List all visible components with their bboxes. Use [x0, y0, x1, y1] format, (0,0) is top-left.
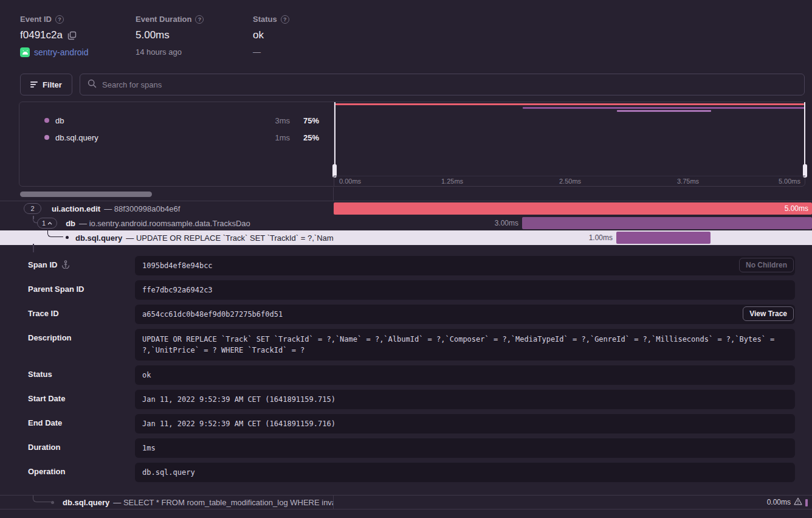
span-duration-label: 0.00ms [767, 498, 791, 506]
detail-row-parent-span-id: Parent Span ID ffe7dbc92a6942c3 [0, 280, 812, 300]
field-label: Span ID [28, 260, 57, 269]
field-value: ffe7dbc92a6942c3 [135, 280, 795, 300]
span-op: db [66, 219, 75, 228]
filter-button-label: Filter [43, 80, 62, 89]
span-desc: SELECT * FROM room_table_modification_lo… [123, 498, 334, 507]
minimap-axis: 0.00ms 1.25ms 2.50ms 3.75ms 5.00ms [334, 176, 805, 186]
legend-row: db.sql.query 1ms 25% [19, 129, 334, 146]
span-duration-label: 5.00ms [785, 201, 808, 216]
warning-icon[interactable] [794, 497, 802, 507]
panel-divider [333, 187, 334, 201]
field-label: Description [28, 333, 72, 342]
legend-op-name: db [55, 116, 258, 125]
axis-tick: 2.50ms [559, 178, 581, 185]
field-value: Jan 11, 2022 9:52:39 AM CET (1641891159.… [135, 414, 795, 433]
detail-row-trace-id: Trace ID a654cc61dc0b48ef9d0b27275b6f0d5… [0, 305, 812, 324]
status-block: Status ? ok — [253, 15, 289, 57]
event-id-value: f0491c2a [20, 29, 63, 41]
span-duration-label: 1.00ms [334, 230, 613, 245]
event-id-block: Event ID ? f0491c2a sentry-android [20, 15, 89, 57]
span-desc: UPDATE OR REPLACE `Track` SET `TrackId` … [136, 233, 334, 243]
field-label: Parent Span ID [28, 285, 84, 294]
chevron-up-icon [47, 222, 52, 225]
tree-scrollbar-thumb[interactable] [20, 192, 152, 197]
detail-row-description: Description UPDATE OR REPLACE `Track` SE… [0, 329, 812, 361]
event-duration-ago: 14 hours ago [136, 47, 182, 57]
legend-op-name: db.sql.query [55, 133, 258, 142]
detail-row-span-id: Span ID 1095bd4ef8e94bcc No Children [0, 256, 812, 275]
field-value: Jan 11, 2022 9:52:39 AM CET (1641891159.… [135, 390, 795, 409]
filter-button[interactable]: Filter [20, 74, 72, 95]
legend-op-percent: 75% [290, 116, 319, 125]
legend-op-percent: 25% [290, 133, 319, 142]
axis-tick: 5.00ms [779, 178, 800, 185]
search-icon [88, 79, 97, 91]
trace-overview-panel: db 3ms 75% db.sql.query 1ms 25% 0.00ms 1… [19, 102, 805, 187]
help-icon[interactable]: ? [281, 15, 289, 24]
status-sub: — [253, 47, 261, 57]
span-duration-label: 3.00ms [334, 216, 518, 230]
span-search[interactable] [80, 74, 805, 95]
event-duration-value: 5.00ms [136, 29, 170, 41]
span-row-db-sql-query-select[interactable]: db.sql.query — SELECT * FROM room_table_… [0, 495, 812, 509]
legend-row: db 3ms 75% [19, 112, 334, 129]
span-bar[interactable] [522, 217, 812, 229]
event-duration-block: Event Duration ? 5.00ms 14 hours ago [136, 15, 204, 57]
status-value: ok [253, 29, 264, 41]
no-children-button[interactable]: No Children [739, 258, 794, 272]
operations-legend: db 3ms 75% db.sql.query 1ms 25% [19, 102, 334, 186]
field-label: Trace ID [28, 309, 59, 318]
field-value: 1095bd4ef8e94bcc [135, 256, 795, 275]
span-row-ui-action-edit[interactable]: 2 ui.action.edit — 88f300998a0b4e6f 5.00… [0, 201, 812, 216]
legend-op-duration: 1ms [258, 133, 290, 142]
legend-op-duration: 3ms [258, 116, 290, 125]
filter-icon [30, 80, 38, 89]
span-bar[interactable] [616, 232, 710, 244]
span-desc: io.sentry.android.roomsample.data.Tracks… [89, 219, 250, 228]
event-id-label-text: Event ID [20, 15, 52, 24]
tree-scrollbar-track[interactable] [0, 187, 812, 201]
field-value: db.sql.query [135, 463, 795, 482]
help-icon[interactable]: ? [195, 15, 204, 24]
detail-row-start-date: Start Date Jan 11, 2022 9:52:39 AM CET (… [0, 390, 812, 409]
span-op: db.sql.query [63, 498, 109, 507]
status-label-text: Status [253, 15, 277, 24]
field-label: Duration [28, 443, 60, 452]
axis-tick: 0.00ms [339, 178, 361, 185]
span-op: db.sql.query [75, 233, 122, 243]
search-input[interactable] [102, 80, 797, 89]
minimap-span-ui-action-edit [335, 103, 804, 105]
detail-row-duration: Duration 1ms [0, 438, 812, 458]
field-value: 1ms [135, 438, 795, 458]
trace-minimap[interactable] [334, 102, 805, 176]
project-link[interactable]: sentry-android [34, 47, 89, 57]
field-value: ok [135, 365, 795, 385]
op-color-dot [44, 118, 49, 123]
minimap-span-db [523, 107, 805, 109]
span-bar[interactable] [334, 202, 812, 215]
help-icon[interactable]: ? [55, 15, 64, 24]
span-row-db-sql-query-selected[interactable]: db.sql.query — UPDATE OR REPLACE `Track`… [0, 230, 812, 245]
minimap-span-db-sql-query [617, 110, 711, 112]
span-detail-panel: Span ID 1095bd4ef8e94bcc No Children Par… [0, 244, 812, 487]
detail-row-end-date: End Date Jan 11, 2022 9:52:39 AM CET (16… [0, 414, 812, 433]
copy-icon[interactable] [67, 31, 77, 40]
span-row-db[interactable]: 1 db — io.sentry.android.roomsample.data… [0, 216, 812, 230]
android-icon [20, 47, 30, 57]
anchor-icon[interactable] [61, 260, 70, 269]
span-desc: 88f300998a0b4e6f [114, 204, 180, 213]
detail-row-status: Status ok [0, 365, 812, 385]
field-label: Start Date [28, 394, 65, 403]
field-label: End Date [28, 418, 62, 427]
field-value: a654cc61dc0b48ef9d0b27275b6f0d51 [135, 305, 795, 324]
view-trace-button[interactable]: View Trace [743, 306, 794, 321]
op-color-dot [44, 135, 49, 140]
axis-tick: 1.25ms [441, 178, 463, 185]
span-op: ui.action.edit [52, 204, 100, 213]
span-bar [805, 499, 808, 506]
expand-collapse-pill[interactable]: 1 [37, 218, 57, 229]
event-id-label: Event ID ? [20, 15, 89, 24]
field-label: Operation [28, 467, 65, 476]
children-count-pill[interactable]: 2 [24, 203, 41, 214]
field-value: UPDATE OR REPLACE `Track` SET `TrackId` … [135, 329, 795, 361]
